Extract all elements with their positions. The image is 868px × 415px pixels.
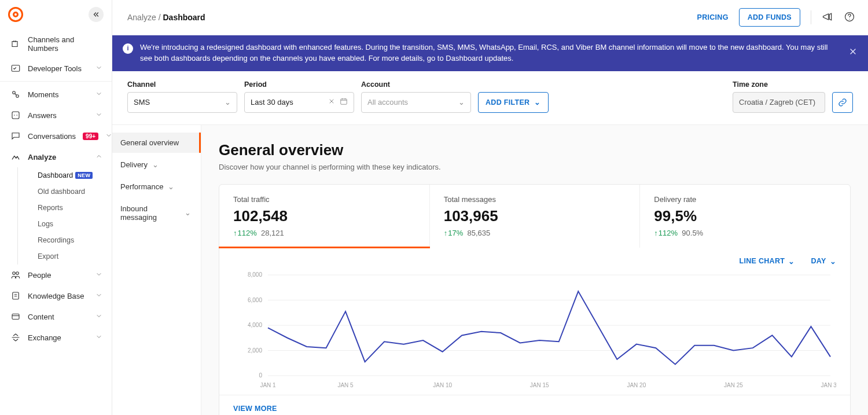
metric-label: Total traffic [233,195,415,204]
collapse-sidebar-button[interactable] [89,7,104,22]
sidebar-item-label: Exchange [28,333,89,342]
metric-total-traffic[interactable]: Total traffic102,548112% 28,121 [219,185,430,248]
chevron-up-icon [95,153,102,161]
chevron-down-icon [95,292,102,300]
channel-select[interactable]: SMS ⌄ [127,92,237,113]
chevron-down-icon [105,132,112,141]
sidebar-sub-export[interactable]: Export [38,248,112,265]
sidebar-sub-old-dashboard[interactable]: Old dashboard [38,183,112,200]
info-icon: i [123,43,133,54]
metric-delta: 17% 85,635 [444,229,626,237]
svg-text:0: 0 [259,372,262,379]
sidebar-item-developer-tools[interactable]: Developer Tools [0,58,112,79]
chart-type-selector[interactable]: LINE CHART ⌄ [740,257,795,266]
svg-point-6 [13,272,16,275]
add-filter-button[interactable]: ADD FILTER ⌄ [478,92,549,113]
megaphone-icon [822,11,833,23]
pricing-link[interactable]: PRICING [697,13,729,21]
clear-icon[interactable] [328,98,335,106]
info-banner: i We're introducing a redesigned dashboa… [112,35,868,71]
metric-total-messages[interactable]: Total messages103,96517% 85,635 [430,185,641,248]
brand-logo[interactable] [8,7,23,22]
svg-point-5 [17,115,18,116]
sidebar-item-moments[interactable]: Moments [0,84,112,105]
svg-text:JAN 30: JAN 30 [821,382,836,388]
nav-icon [10,63,21,74]
account-select[interactable]: All accounts ⌄ [361,92,471,113]
svg-rect-3 [12,112,19,119]
svg-text:2,000: 2,000 [248,347,262,353]
svg-rect-11 [341,99,347,104]
chevron-down-icon [95,64,102,73]
svg-rect-8 [13,292,19,299]
sidebar-item-label: Content [28,313,89,321]
chevron-down-icon: ⌄ [168,182,174,191]
channel-select-value: SMS [134,98,220,106]
chevron-down-icon: ⌄ [152,160,159,169]
account-select-placeholder: All accounts [367,98,454,106]
banner-close-button[interactable] [848,47,858,60]
sidebar-sub-dashboard[interactable]: DashboardNEW [38,167,112,183]
metric-value: 102,548 [233,207,415,225]
announcements-button[interactable] [822,11,833,24]
svg-text:4,000: 4,000 [248,322,262,328]
channel-filter-label: Channel [127,80,237,89]
sidebar-item-answers[interactable]: Answers [0,105,112,126]
metrics-row: Total traffic102,548112% 28,121Total mes… [219,185,850,248]
chevron-down-icon [95,313,102,321]
page-subtitle: Discover how your channel is performing … [219,163,851,171]
banner-text: We're introducing a redesigned dashboard… [140,42,839,64]
tab-performance[interactable]: Performance⌄ [112,177,201,197]
chevron-down-icon: ⌄ [225,98,231,106]
topbar: Analyze / Dashboard PRICING ADD FUNDS [112,0,868,35]
timezone-value: Croatia / Zagreb (CET) [739,98,819,106]
help-button[interactable] [844,11,855,24]
sidebar-nav: Channels and NumbersDeveloper ToolsMomen… [0,30,112,348]
sidebar-sub-logs[interactable]: Logs [38,216,112,232]
svg-point-4 [14,115,15,116]
sidebar-item-label: Analyze [28,153,89,161]
link-icon [838,98,847,107]
sidebar-item-label: Answers [28,111,89,120]
sidebar-item-content[interactable]: Content [0,306,112,327]
badge: 99+ [83,133,98,140]
sidebar-item-knowledge-base[interactable]: Knowledge Base [0,285,112,306]
svg-text:JAN 5: JAN 5 [337,382,354,388]
sidebar-item-analyze[interactable]: Analyze [0,146,112,167]
tab-general-overview[interactable]: General overview [112,133,201,153]
help-circle-icon [844,11,855,23]
sidebar-item-conversations[interactable]: Conversations99+ [0,126,112,146]
calendar-icon [340,97,348,107]
sidebar-item-exchange[interactable]: Exchange [0,327,112,348]
chevron-down-icon [95,90,102,99]
sidebar-item-people[interactable]: People [0,265,112,285]
tab-inbound-messaging[interactable]: Inbound messaging⌄ [112,199,201,227]
breadcrumb: Analyze / Dashboard [127,13,205,22]
sidebar-item-label: Moments [28,90,89,99]
period-select[interactable]: Last 30 days [244,92,354,113]
sidebar-item-label: Knowledge Base [28,292,89,300]
close-icon [848,47,858,56]
breadcrumb-current: Dashboard [163,13,205,22]
add-funds-button[interactable]: ADD FUNDS [739,8,800,27]
sidebar-sub-reports[interactable]: Reports [38,200,112,216]
divider [811,10,811,24]
page-content: General overview Discover how your chann… [201,125,868,415]
nav-icon [10,311,21,322]
share-link-button[interactable] [832,92,853,113]
chevron-down-icon [95,271,102,280]
sidebar-sub-recordings[interactable]: Recordings [38,232,112,248]
chevron-down-icon: ⌄ [534,98,540,106]
period-filter-label: Period [244,80,354,89]
svg-text:JAN 10: JAN 10 [433,382,452,388]
tab-delivery[interactable]: Delivery⌄ [112,155,201,175]
sidebar-item-channels-and-numbers[interactable]: Channels and Numbers [0,30,112,58]
granularity-selector[interactable]: DAY ⌄ [811,257,836,266]
timezone-display: Croatia / Zagreb (CET) [733,92,825,113]
view-more-button[interactable]: VIEW MORE [219,395,850,415]
metric-delivery-rate[interactable]: Delivery rate99,5%112% 90.5% [640,185,850,248]
nav-icon [10,110,21,120]
nav-icon [10,131,21,141]
nav-icon [10,39,21,49]
sidebar-item-label: Conversations [28,132,76,141]
